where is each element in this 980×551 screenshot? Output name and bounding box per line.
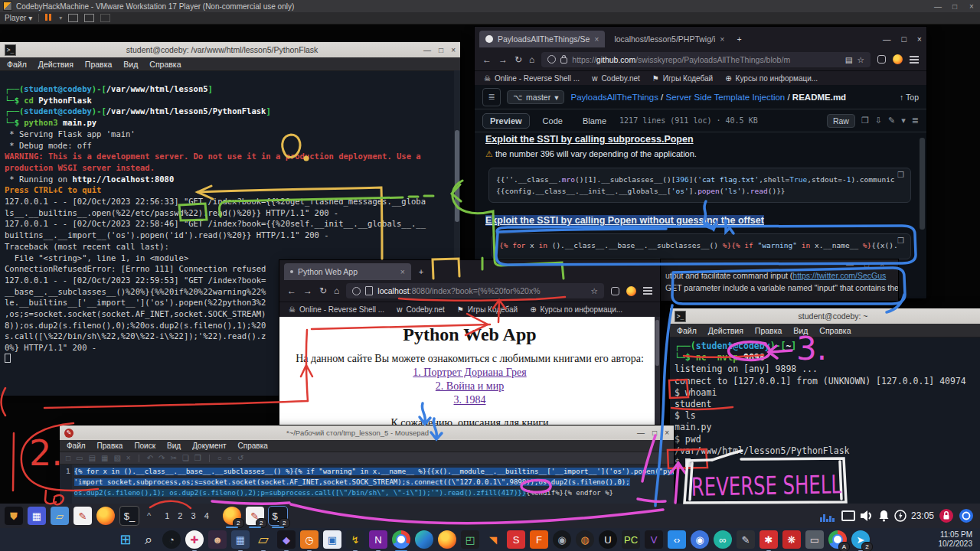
book-link-1[interactable]: 1. Портрет Дориана Грея: [279, 367, 660, 379]
calendar-app[interactable]: ▦: [231, 530, 250, 549]
menu-actions[interactable]: Действия: [708, 326, 743, 335]
menu-burger-icon[interactable]: [643, 290, 652, 292]
github-scrollbar[interactable]: [920, 138, 925, 230]
menu-view[interactable]: Вид: [123, 60, 138, 69]
blue-tray-icon[interactable]: [959, 508, 974, 523]
tracking-shield-icon[interactable]: [352, 287, 361, 295]
url-bar[interactable]: localhost:8080/index?book={%%20for%20x% …: [346, 283, 604, 298]
tab-close-icon[interactable]: ×: [720, 34, 724, 44]
minimize-button[interactable]: —: [637, 429, 645, 437]
home-icon[interactable]: ⌂: [529, 54, 534, 65]
menu-view[interactable]: Вид: [793, 326, 808, 335]
chrome-app[interactable]: [392, 530, 410, 549]
maximize-button[interactable]: □: [652, 429, 657, 437]
breadcrumb-folder[interactable]: Server Side Template Injection: [666, 93, 786, 102]
start-button[interactable]: ⊞: [116, 530, 135, 549]
forward-icon[interactable]: →: [303, 285, 312, 296]
menu-file[interactable]: Файл: [7, 60, 27, 69]
workspace-switcher[interactable]: 1 2 3 4: [165, 511, 212, 520]
pen-app[interactable]: ✎: [737, 530, 755, 549]
menu-help[interactable]: Справка: [819, 326, 851, 335]
home-icon[interactable]: ⌂: [334, 285, 339, 296]
camtasia-app[interactable]: ∞: [714, 530, 732, 549]
raw-button[interactable]: Raw: [827, 114, 855, 128]
player-menu[interactable]: Player ▾: [5, 14, 32, 22]
terminal-flask-titlebar[interactable]: >_ student@codeby: /var/www/html/lesson5…: [0, 42, 460, 57]
visual-studio-app[interactable]: V: [645, 530, 663, 549]
menu-view[interactable]: Вид: [167, 442, 181, 450]
menu-edit[interactable]: Правка: [97, 442, 123, 450]
bookmark-courses[interactable]: ⊕Курсы по информаци...: [725, 74, 818, 83]
maps-app[interactable]: ◉: [691, 530, 709, 549]
chrome-profile-app[interactable]: A: [828, 530, 847, 549]
unreal-app[interactable]: U: [599, 530, 617, 549]
file-explorer[interactable]: ▱: [254, 530, 273, 549]
telegram-app[interactable]: ➤2: [851, 530, 870, 549]
reader-view-icon[interactable]: ▤: [845, 55, 853, 64]
tracking-shield-icon[interactable]: [547, 55, 556, 64]
back-icon[interactable]: ←: [287, 285, 296, 296]
menu-help[interactable]: Справка: [238, 442, 268, 450]
bookmark-reverse-shell[interactable]: ☠Online - Reverse Shell ...: [484, 74, 580, 83]
menu-document[interactable]: Документ: [192, 442, 226, 450]
volume-icon[interactable]: [860, 510, 874, 522]
blender-app[interactable]: ◍: [576, 530, 594, 549]
suspend-caret[interactable]: ▾: [59, 15, 62, 21]
screentogif-app[interactable]: ◷: [300, 530, 318, 549]
camera-app[interactable]: ◉: [553, 530, 571, 549]
bookmark-reverse-shell[interactable]: ☠Online - Reverse Shell ...: [289, 305, 384, 314]
minimize-button[interactable]: —: [846, 260, 854, 269]
suspend-button[interactable]: [45, 14, 53, 22]
readme-heading-popen[interactable]: Exploit the SSTI by calling Popen withou…: [485, 215, 764, 226]
minimize-button[interactable]: —: [883, 34, 891, 44]
datagrip-app[interactable]: ◰: [461, 530, 479, 549]
fullscreen-icon[interactable]: [84, 14, 94, 22]
notification-bell-icon[interactable]: [878, 510, 890, 522]
virtualbox-app[interactable]: ▣: [323, 530, 341, 549]
terminal-running[interactable]: $_2: [269, 507, 287, 525]
tab-preview[interactable]: Preview: [482, 113, 530, 129]
edit-pencil-icon[interactable]: ✎: [888, 116, 895, 126]
back-to-top-link[interactable]: ↑ Top: [900, 93, 919, 102]
red-gear-app-2[interactable]: ❋: [782, 530, 801, 549]
code-block-subprocess[interactable]: {{''.__class__.mro()[1].__subclasses__()…: [488, 168, 911, 203]
new-tab-button[interactable]: +: [419, 267, 423, 276]
payload-text[interactable]: {% for x in ().__class__.__base__.__subc…: [72, 465, 674, 504]
code-block-popen[interactable]: {% for x in ().__class__.__base__.__subc…: [492, 233, 911, 259]
app-menu-launcher[interactable]: ▦: [28, 507, 46, 525]
obsidian-app[interactable]: ◆: [277, 530, 296, 549]
tab-localhost-phptwig[interactable]: localhost/lesson5/PHPTwig/i ×: [608, 31, 730, 47]
extension-flame-icon[interactable]: [626, 286, 636, 296]
power-icon[interactable]: [894, 510, 906, 522]
panel-chevron[interactable]: ^: [147, 511, 151, 520]
extension-flame-icon[interactable]: [893, 54, 903, 64]
breadcrumb-repo[interactable]: PayloadsAllTheThings: [570, 93, 658, 102]
edge-app[interactable]: [415, 530, 433, 549]
bookmark-courses[interactable]: ⊕Курсы по информаци...: [530, 305, 622, 314]
vm-clock[interactable]: 23:05: [911, 510, 934, 521]
twitter-link[interactable]: https://twitter.com/SecGus: [792, 271, 886, 280]
speedtest-app[interactable]: ◔: [162, 530, 181, 549]
firefox-running[interactable]: 2: [223, 507, 241, 525]
close-button[interactable]: ×: [880, 260, 884, 269]
terminal-launcher[interactable]: $_: [119, 506, 139, 526]
mousepad-editor[interactable]: 1 {% for x in ().__class__.__base__.__su…: [60, 465, 674, 504]
bookmark-star-icon[interactable]: ☆: [858, 55, 864, 64]
tab-close-icon[interactable]: ×: [400, 267, 405, 276]
colorful-plus-app[interactable]: ✚: [185, 530, 204, 549]
firefox-launcher[interactable]: [96, 507, 115, 525]
back-icon[interactable]: ←: [482, 54, 492, 65]
mousepad-toolbar[interactable]: □▭▤▦▧×↶↷✂❏❐○○↺: [60, 452, 674, 465]
mousepad-running[interactable]: ✎2: [246, 507, 264, 525]
bookmark-games[interactable]: ⚑Игры Кодебай: [652, 74, 713, 83]
readme-heading-subprocess[interactable]: Exploit the SSTI by calling subprocess.P…: [485, 134, 694, 145]
edit-caret-icon[interactable]: ▾: [901, 116, 906, 126]
recorder-app[interactable]: ▭: [805, 530, 824, 549]
minimize-button[interactable]: —: [423, 46, 431, 54]
windows-clock[interactable]: 11:05 PM 10/2/2023: [939, 530, 973, 549]
download-icon[interactable]: ⇩: [875, 116, 882, 126]
red-gear-app-1[interactable]: ✱: [760, 530, 778, 549]
file-manager-launcher[interactable]: ▱: [51, 507, 69, 525]
onenote-app[interactable]: N: [369, 530, 387, 549]
terminal-nc-output[interactable]: ┌──(student@codeby)-[~]└─$ nc -nvlp 9898…: [670, 337, 980, 504]
